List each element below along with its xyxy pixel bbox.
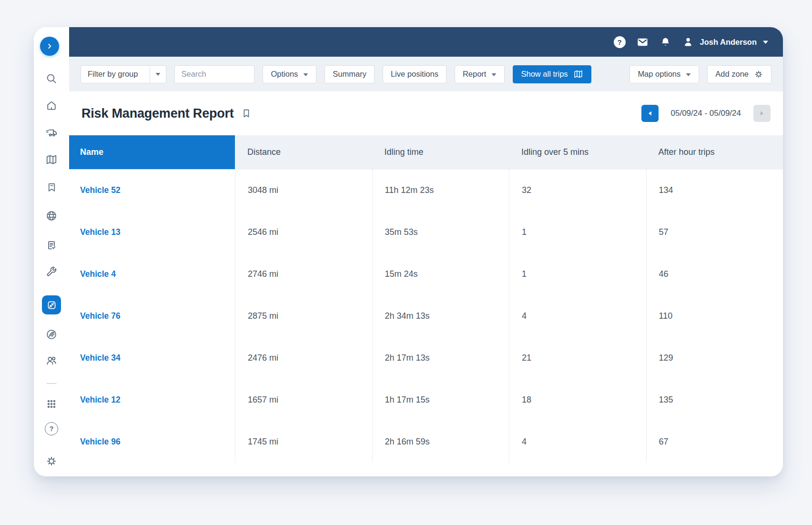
app-window: ? ? Josh Anderson [34,27,783,476]
table-cell-name: Vehicle 4 [69,253,235,295]
apps-grid-icon [46,398,57,410]
bookmark-report-button[interactable] [241,108,252,119]
table-cell-idling-time: 2h 16m 59s [372,421,509,463]
date-range-text: 05/09/24 - 05/09/24 [671,109,741,118]
leaf-icon [45,328,58,341]
table-row: Vehicle 342476 mi2h 17m 13s21129 [69,337,783,379]
sidebar-item-map[interactable] [42,150,61,169]
previous-date-button[interactable] [641,105,659,122]
table-cell-after-hour-trips: 67 [646,421,783,463]
table-cell-name: Vehicle 96 [69,421,235,463]
search-input[interactable] [174,65,254,83]
table-cell-idling-time: 11h 12m 23s [372,169,509,211]
top-navigation-bar: ? Josh Anderson [69,27,783,57]
toolbar: Filter by group Options Summary L [69,57,783,91]
sidebar-item-places[interactable] [42,178,61,197]
sidebar-item-home[interactable] [42,96,61,115]
table-body: Vehicle 523048 mi11h 12m 23s32134Vehicle… [69,169,783,476]
user-menu[interactable]: Josh Anderson [682,36,769,48]
table-row: Vehicle 762875 mi2h 34m 13s4110 [69,295,783,337]
show-all-trips-button[interactable]: Show all trips [513,65,591,83]
sidebar-item-risk-active[interactable] [42,295,61,314]
column-header-idling-time[interactable]: Idling time [372,135,509,169]
date-range-navigation: 05/09/24 - 05/09/24 [641,105,771,122]
table-cell-after-hour-trips: 134 [646,169,783,211]
table-cell-idling-over-5-mins: 1 [509,253,646,295]
next-date-button[interactable] [753,105,771,122]
table-cell-distance: 2476 mi [235,337,372,379]
table-cell-distance: 1745 mi [235,421,372,463]
vehicle-link[interactable]: Vehicle 34 [80,353,121,363]
column-header-distance[interactable]: Distance [235,135,372,169]
table-cell-distance: 3048 mi [235,169,372,211]
title-row: Risk Management Report 05/09/24 - 05/09/… [69,91,783,135]
live-positions-button[interactable]: Live positions [383,65,447,83]
options-button[interactable]: Options [263,65,316,83]
filter-dropdown-toggle[interactable] [150,66,166,83]
arrow-left-icon [647,111,653,116]
vehicle-link[interactable]: Vehicle 52 [80,185,121,195]
table-cell-distance: 2546 mi [235,211,372,253]
summary-button[interactable]: Summary [325,65,375,83]
help-button[interactable]: ? [614,36,626,48]
sidebar-item-reports[interactable] [42,236,61,255]
report-button[interactable]: Report [455,65,505,83]
sidebar-item-settings[interactable] [42,452,61,471]
globe-icon [45,210,58,222]
caret-down-icon [686,73,691,77]
table-cell-after-hour-trips: 57 [646,211,783,253]
table-cell-after-hour-trips: 129 [646,337,783,379]
sidebar-item-web[interactable] [42,206,61,225]
gear-icon [45,455,58,467]
map-options-button[interactable]: Map options [629,65,699,83]
table-cell-distance: 2746 mi [235,253,372,295]
filter-by-group-label: Filter by group [81,66,144,83]
arrow-right-icon [759,111,765,116]
caret-down-icon [762,40,769,44]
sidebar-item-vehicles[interactable] [42,123,61,142]
sidebar-item-maintenance[interactable] [42,262,61,281]
live-positions-label: Live positions [391,70,438,79]
sidebar-item-users[interactable] [42,351,61,370]
show-all-trips-label: Show all trips [521,70,568,79]
add-zone-button[interactable]: Add zone [707,65,771,83]
table-cell-idling-time: 2h 17m 13s [372,337,509,379]
truck-icon [45,126,58,139]
sidebar: ? [34,27,69,476]
vehicle-link[interactable]: Vehicle 13 [80,227,121,237]
sidebar-item-eco[interactable] [42,325,61,344]
search-icon [45,72,58,85]
bookmark-icon [46,182,58,193]
sidebar-toggle-button[interactable] [40,37,59,56]
page-title: Risk Management Report [81,106,234,121]
vehicle-link[interactable]: Vehicle 76 [80,311,121,321]
column-header-after-hour-trips[interactable]: After hour trips [646,135,783,169]
table-cell-idling-over-5-mins: 32 [509,169,646,211]
page-background: ? ? Josh Anderson [0,0,812,525]
caret-down-icon [303,73,308,77]
notifications-button[interactable] [660,36,671,48]
sidebar-item-apps[interactable] [42,394,61,414]
summary-label: Summary [333,70,366,79]
caret-down-icon [491,73,497,77]
help-icon: ? [614,36,626,48]
sidebar-item-search[interactable] [42,69,61,88]
sidebar-divider [46,383,57,384]
table-cell-name: Vehicle 12 [69,379,235,421]
table-cell-idling-over-5-mins: 1 [509,211,646,253]
filter-by-group-button[interactable]: Filter by group [81,65,166,83]
toolbar-left-group: Filter by group Options Summary L [81,65,629,83]
table-cell-idling-time: 35m 53s [372,211,509,253]
vehicle-link[interactable]: Vehicle 12 [80,395,121,405]
messages-button[interactable] [636,36,649,49]
vehicle-link[interactable]: Vehicle 4 [80,269,116,279]
sidebar-item-help[interactable]: ? [42,419,61,438]
table-row: Vehicle 961745 mi2h 16m 59s467 [69,421,783,463]
column-header-idling-over-5-mins[interactable]: Idling over 5 mins [509,135,646,169]
add-zone-label: Add zone [715,70,749,79]
vehicle-link[interactable]: Vehicle 96 [80,437,121,447]
mail-icon [636,36,649,49]
column-header-name[interactable]: Name [69,135,235,169]
bookmark-icon [241,108,252,119]
table-cell-name: Vehicle 52 [69,169,235,211]
